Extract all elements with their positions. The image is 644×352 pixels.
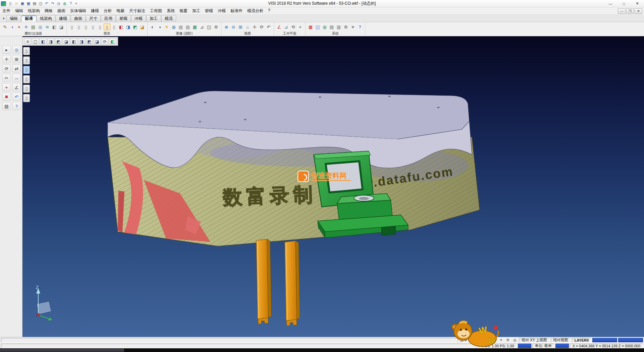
workplane-origin-icon[interactable]: ⌖ — [297, 24, 304, 30]
left-view-icon[interactable]: ◧ — [70, 38, 77, 45]
zoom-previous-icon[interactable]: ◎ — [56, 1, 62, 6]
close-button[interactable]: ✕ — [631, 0, 644, 7]
app-icon[interactable] — [1, 1, 6, 6]
line-filter-icon[interactable]: ▯ — [23, 66, 30, 74]
view-window-icon[interactable]: ▢ — [32, 38, 39, 45]
snap-grid-icon[interactable]: ⊞ — [471, 338, 477, 343]
view-absolute-indicator[interactable]: 绝对视图 — [551, 338, 571, 343]
grid-icon[interactable]: ▥ — [335, 24, 342, 30]
texture-icon[interactable]: ▨ — [184, 24, 191, 30]
material-cube-icon[interactable]: ◩ — [132, 24, 139, 30]
dynamic-rotate-icon[interactable]: ▯ — [104, 24, 110, 30]
undo-tool-icon[interactable]: ↶ — [12, 93, 21, 101]
copy-icon[interactable]: ⊞ — [12, 55, 21, 63]
zoom-window-icon[interactable]: ⊞ — [237, 24, 244, 30]
texture-cube-icon[interactable]: ◨ — [125, 24, 131, 30]
quick-access-dropdown-icon[interactable]: ▾ — [74, 2, 78, 5]
arc-filter-icon[interactable]: ▯ — [23, 75, 30, 83]
highlight-status-icon[interactable]: ☀ — [478, 338, 484, 343]
menu-item[interactable]: 工程图 — [148, 7, 164, 15]
tab[interactable]: 建模 — [56, 15, 70, 22]
rotate-icon[interactable]: ⟳ — [2, 64, 11, 73]
transparency-icon[interactable]: ▧ — [177, 24, 184, 30]
menu-item[interactable]: 实体编辑 — [68, 7, 89, 15]
front-view-icon[interactable]: ◩ — [55, 38, 62, 45]
rotate-view-icon[interactable]: ⟳ — [258, 24, 265, 30]
zoom-out-icon[interactable]: ⊖ — [230, 24, 237, 30]
menu-item[interactable]: ? — [266, 7, 273, 15]
wireframe-filter-icon[interactable]: ≋ — [44, 24, 51, 30]
section-view-icon[interactable]: ▯ — [111, 24, 117, 30]
previous-view-icon[interactable]: ↶ — [265, 24, 272, 30]
shaded-cube-icon[interactable]: ◧ — [109, 38, 116, 45]
hidden-line-icon[interactable]: ▯ — [75, 24, 82, 30]
help-status-icon[interactable]: ? — [491, 338, 497, 343]
axonometric-view-icon[interactable]: ◪ — [94, 38, 101, 45]
right-view-icon[interactable]: ◪ — [63, 38, 70, 45]
print-icon[interactable]: ▤ — [32, 1, 38, 6]
visibility-filter-icon[interactable]: ◎ — [37, 24, 44, 30]
move-icon[interactable]: ✛ — [2, 55, 11, 63]
tab[interactable]: 应用 — [101, 15, 116, 22]
pan-icon[interactable]: ✛ — [251, 24, 258, 30]
tab[interactable]: 尺寸 — [86, 15, 101, 22]
snap-toggle[interactable]: 拴牢 — [458, 338, 470, 343]
color-filter-icon[interactable]: ◑ — [9, 24, 15, 30]
maximize-button[interactable]: □ — [617, 0, 631, 7]
workplane-xy-icon[interactable]: ∠ — [276, 24, 282, 30]
tab[interactable]: 编辑 — [6, 15, 21, 22]
highlight-icon[interactable]: ☀ — [163, 24, 170, 30]
menu-item[interactable]: 冲模 — [215, 7, 228, 15]
active-layer-indicator[interactable]: LAYER0 — [572, 338, 591, 343]
delete-icon[interactable]: ✖ — [2, 93, 11, 101]
selection-filter-icon[interactable]: ✛ — [23, 24, 30, 30]
wireframe-view-icon[interactable]: ▯ — [68, 24, 75, 30]
system-help-icon[interactable]: ? — [357, 24, 363, 30]
tab[interactable]: 线架构 — [37, 15, 55, 22]
menu-item[interactable]: 曲面 — [55, 7, 68, 15]
tab[interactable]: 冲模 — [131, 15, 146, 22]
database-icon[interactable]: ≡ — [350, 24, 356, 30]
perspective-icon[interactable]: ⊿ — [199, 24, 205, 30]
extend-icon[interactable]: ↔ — [12, 74, 21, 82]
display-settings-icon[interactable]: ◫ — [314, 24, 321, 30]
tab[interactable]: 加工 — [146, 15, 161, 22]
outline-view-icon[interactable]: ▯ — [97, 24, 103, 30]
rotate-3d-icon[interactable]: ⟳ — [101, 38, 108, 45]
units-color-bar[interactable] — [555, 344, 569, 348]
redo-icon[interactable]: ↷ — [50, 1, 56, 6]
layers-tool-icon[interactable]: ▤ — [2, 102, 11, 110]
zoom-status-icon[interactable]: ◎ — [512, 338, 518, 343]
tab[interactable]: 标准 — [21, 15, 36, 22]
surface-filter-icon[interactable]: ▯ — [23, 85, 30, 93]
shading-icon[interactable]: ◐ — [149, 24, 156, 30]
element-filter-icon[interactable]: ⌖ — [16, 24, 22, 30]
camera-icon[interactable]: ◫ — [206, 24, 212, 30]
menu-item[interactable]: 分析 — [101, 7, 114, 15]
trim-icon[interactable]: ✂ — [2, 74, 11, 82]
menu-item[interactable]: 标准件 — [228, 7, 245, 15]
mdi-restore-button[interactable]: ❐ — [626, 8, 634, 14]
zoom-select-icon[interactable]: ◎ — [12, 46, 21, 54]
save-icon[interactable]: ▣ — [19, 1, 25, 6]
menu-item[interactable]: 电极 — [114, 7, 127, 15]
minimize-button[interactable]: — — [604, 0, 617, 7]
top-view-icon[interactable]: ◨ — [47, 38, 54, 45]
mdi-minimize-button[interactable]: — — [618, 8, 626, 14]
solid-filter-icon[interactable]: ▯ — [23, 94, 30, 102]
plot-icon[interactable]: ◫ — [38, 1, 44, 6]
print-status-icon[interactable]: ▤ — [485, 338, 491, 343]
render-settings-icon[interactable]: ⚙ — [213, 24, 219, 30]
undo-icon[interactable]: ↶ — [44, 1, 50, 6]
globe-icon[interactable]: ◍ — [62, 1, 68, 6]
angle-icon[interactable]: ∠ — [12, 83, 21, 91]
view-mode-indicator[interactable]: 绝对 XY 上视图 — [519, 338, 550, 343]
new-file-icon[interactable]: ▯ — [7, 1, 13, 6]
shadow-icon[interactable]: ◑ — [156, 24, 163, 30]
menu-item[interactable]: 网格 — [42, 7, 55, 15]
mirror-icon[interactable]: ⇄ — [12, 64, 21, 73]
workplane-rotate-icon[interactable]: ⟲ — [290, 24, 297, 30]
zoom-in-icon[interactable]: ⊕ — [223, 24, 230, 30]
menu-item[interactable]: 文件 — [0, 7, 13, 15]
tab[interactable]: 塑模 — [116, 15, 131, 22]
